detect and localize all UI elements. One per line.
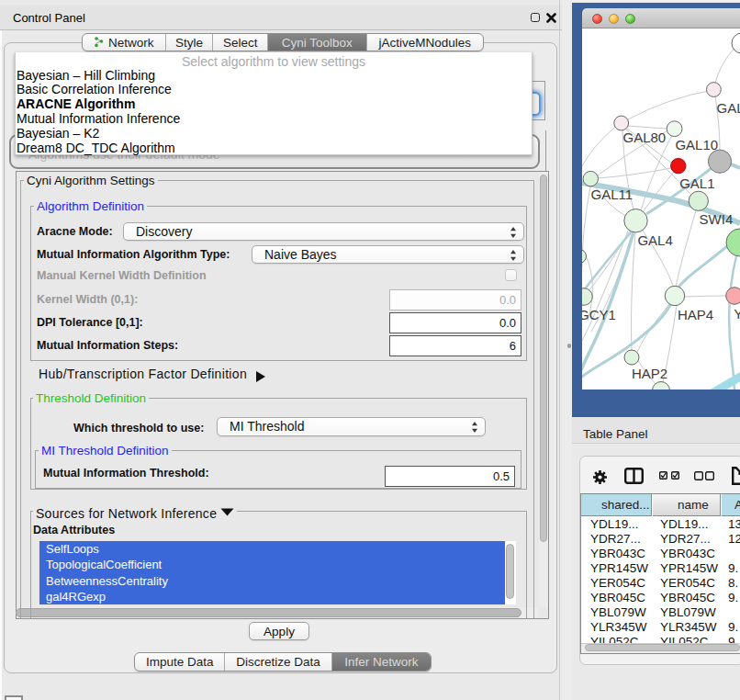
svg-text:GAL80: GAL80 [623,130,667,145]
svg-text:HAP4: HAP4 [678,307,713,322]
svg-text:Y: Y [734,306,740,322]
svg-text:HAP2: HAP2 [632,366,667,381]
svg-text:SWI4: SWI4 [700,211,734,227]
svg-text:GAL11: GAL11 [591,186,633,202]
svg-text:GAL4: GAL4 [637,232,672,248]
svg-text:GCY1: GCY1 [582,307,616,322]
svg-text:GAL7: GAL7 [717,100,740,116]
svg-text:GAL10: GAL10 [675,137,718,152]
svg-text:GAL1: GAL1 [679,175,714,191]
